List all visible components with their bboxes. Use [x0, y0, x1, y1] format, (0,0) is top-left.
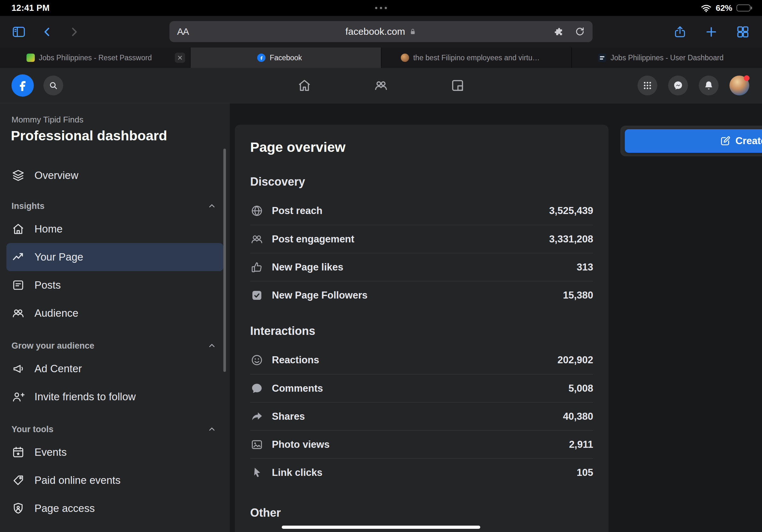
lock-icon	[409, 28, 417, 35]
back-button[interactable]	[41, 25, 53, 39]
stat-row-post-reach: Post reach 3,525,439	[250, 197, 593, 225]
facebook-header	[0, 68, 762, 103]
audience-icon	[12, 306, 25, 320]
favicon	[27, 54, 35, 62]
messenger-icon[interactable]	[668, 76, 688, 96]
dashboard-sidebar: Mommy Tipid Finds Professional dashboard…	[0, 103, 230, 532]
address-bar[interactable]: AA facebook.com	[170, 21, 592, 42]
extensions-icon[interactable]	[553, 26, 564, 37]
sidebar-item-invite-friends[interactable]: Invite friends to follow	[0, 383, 230, 411]
profile-avatar[interactable]	[729, 76, 749, 96]
battery-icon	[736, 4, 750, 12]
globe-icon	[250, 204, 264, 218]
status-bar: 12:41 PM 62%	[0, 0, 762, 16]
safari-toolbar: AA facebook.com	[0, 16, 762, 47]
section-header-grow-audience[interactable]: Grow your audience	[0, 337, 230, 355]
sidebar-item-paid-online-events[interactable]: Paid online events	[0, 466, 230, 495]
sidebar-item-audience[interactable]: Audience	[0, 299, 230, 327]
url-text: facebook.com	[345, 26, 405, 37]
sidebar-item-overview[interactable]: Overview	[0, 162, 230, 189]
chevron-up-icon	[207, 341, 216, 350]
stat-row-post-engagement: Post engagement 3,331,208	[250, 225, 593, 253]
clock: 12:41 PM	[12, 3, 49, 13]
chevron-up-icon	[207, 425, 216, 434]
stat-row-new-page-likes: New Page likes 313	[250, 253, 593, 281]
facebook-header-actions	[638, 76, 749, 96]
section-title-discovery: Discovery	[250, 174, 593, 189]
person-add-icon	[12, 390, 25, 403]
tab-best-filipino-employees[interactable]: the best Filipino employees and virtu…	[381, 47, 572, 68]
photo-icon	[250, 438, 264, 451]
chevron-up-icon	[207, 202, 216, 211]
groups-tab-icon[interactable]	[374, 78, 388, 93]
home-indicator[interactable]	[282, 526, 480, 529]
stat-row-comments: Comments 5,008	[250, 374, 593, 402]
facebook-main-nav	[297, 78, 465, 93]
posts-icon	[12, 279, 25, 292]
sidebar-item-page-access[interactable]: Page access	[0, 495, 230, 522]
notifications-bell-icon[interactable]	[699, 76, 719, 96]
tab-jobs-reset-password[interactable]: Jobs Philippines - Reset Password	[0, 47, 190, 68]
comment-icon	[250, 382, 264, 395]
dashboard-title: Professional dashboard	[11, 128, 230, 144]
share-button[interactable]	[673, 25, 687, 39]
forward-button[interactable]	[68, 25, 80, 39]
stat-row-photo-views: Photo views 2,911	[250, 430, 593, 458]
home-icon	[12, 222, 25, 236]
search-button[interactable]	[43, 76, 63, 96]
sidebar-item-posts[interactable]: Posts	[0, 271, 230, 299]
cursor-icon	[250, 466, 264, 479]
multitask-dots-icon	[375, 7, 387, 9]
favicon	[401, 54, 409, 62]
sidebar-toggle-button[interactable]	[12, 25, 26, 39]
page-name: Mommy Tipid Finds	[12, 115, 230, 125]
sidebar-item-events[interactable]: Events	[0, 438, 230, 466]
sidebar-scrollbar[interactable]	[223, 149, 226, 372]
shield-person-icon	[12, 502, 25, 515]
section-title-interactions: Interactions	[250, 324, 593, 338]
notification-badge	[744, 75, 750, 81]
tab-facebook[interactable]: Facebook	[190, 47, 381, 68]
new-tab-button[interactable]	[705, 25, 718, 39]
stat-row-reactions: Reactions 202,902	[250, 346, 593, 374]
create-button[interactable]: Create	[625, 129, 762, 153]
section-header-insights[interactable]: Insights	[0, 197, 230, 215]
page-content: Mommy Tipid Finds Professional dashboard…	[0, 103, 762, 532]
people-icon	[250, 233, 264, 246]
layers-icon	[12, 169, 25, 182]
follower-check-icon	[250, 289, 264, 302]
megaphone-icon	[12, 362, 25, 375]
page-title: Page overview	[250, 139, 593, 155]
share-arrow-icon	[250, 410, 264, 423]
thumbs-up-icon	[250, 261, 264, 274]
ticket-tag-icon	[12, 474, 25, 487]
section-header-your-tools[interactable]: Your tools	[0, 420, 230, 438]
sidebar-item-your-page[interactable]: Your Page	[6, 243, 223, 271]
tab-bar: Jobs Philippines - Reset Password Facebo…	[0, 47, 762, 68]
stat-row-new-page-followers: New Page Followers 15,380	[250, 281, 593, 309]
sidebar-item-home[interactable]: Home	[0, 215, 230, 243]
trending-icon	[12, 250, 25, 264]
sidebar-item-ad-center[interactable]: Ad Center	[0, 355, 230, 383]
close-tab-icon[interactable]	[175, 53, 185, 63]
smiley-icon	[250, 353, 264, 367]
section-title-other: Other	[250, 505, 593, 520]
battery-percent: 62%	[716, 3, 732, 13]
stat-row-link-clicks: Link clicks 105	[250, 458, 593, 486]
menu-grid-icon[interactable]	[638, 76, 657, 96]
reload-icon[interactable]	[574, 26, 585, 37]
tab-jobs-user-dashboard[interactable]: Jobs Philippines - User Dashboard	[572, 47, 762, 68]
compose-icon	[720, 135, 731, 147]
status-indicators: 62%	[701, 3, 750, 13]
ipad-screen: 12:41 PM 62%	[0, 0, 762, 532]
facebook-favicon	[257, 54, 266, 62]
favicon	[598, 54, 606, 62]
reader-options-button[interactable]: AA	[177, 27, 189, 37]
stat-row-shares: Shares 40,380	[250, 402, 593, 430]
page-overview-card: Page overview Discovery Post reach 3,525…	[235, 125, 609, 532]
home-tab-icon[interactable]	[297, 78, 312, 93]
main-area: Page overview Discovery Post reach 3,525…	[230, 103, 762, 532]
facebook-logo[interactable]	[12, 74, 34, 97]
tab-overview-button[interactable]	[736, 25, 750, 39]
pages-tab-icon[interactable]	[450, 78, 465, 93]
